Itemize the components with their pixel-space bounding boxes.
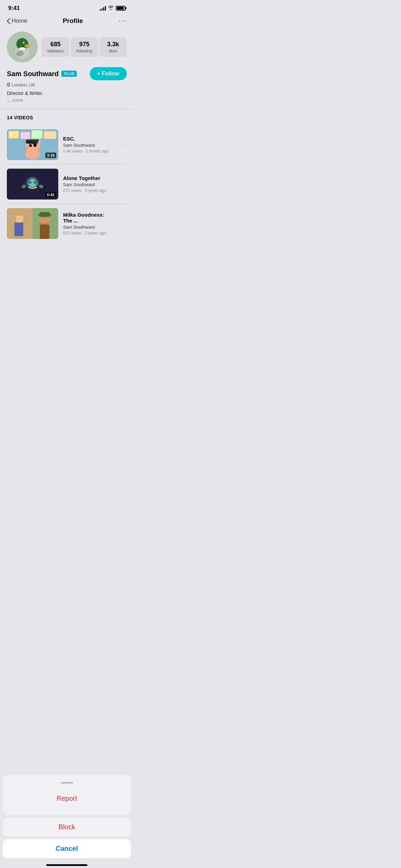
svg-rect-11: [32, 130, 42, 138]
svg-point-6: [19, 47, 25, 50]
video-author: Sam Southward: [63, 182, 112, 187]
svg-rect-10: [21, 132, 30, 139]
likes-label: likes: [101, 49, 125, 53]
status-time: 9:41: [8, 5, 20, 12]
video-meta: 272 views · 3 years ago: [63, 188, 112, 193]
more-link[interactable]: more: [12, 97, 23, 103]
profile-name-row: Sam Southward PLUS + Follow: [7, 67, 127, 80]
battery-icon: [116, 6, 125, 11]
svg-point-5: [24, 42, 25, 43]
bio-text: Director & Writer. ... more: [7, 90, 127, 104]
svg-rect-16: [29, 144, 32, 147]
following-label: following: [73, 49, 96, 53]
plus-badge: PLUS: [61, 71, 77, 77]
video-info: Alone Together Sam Southward 272 views ·…: [63, 175, 112, 193]
stat-following[interactable]: 975 following: [71, 37, 98, 57]
svg-rect-37: [23, 216, 25, 228]
location-row: London, UK: [7, 82, 127, 87]
svg-rect-12: [44, 131, 56, 139]
video-thumbnail: ✕ 3:18: [7, 129, 58, 160]
video-meta: 815 views · 3 years ago: [63, 231, 112, 236]
video-author: Sam Southward: [63, 225, 112, 230]
video-item[interactable]: 0:42 Alone Together Sam Southward 272 vi…: [7, 165, 127, 204]
profile-section: 685 followers 975 following 3.3k likes S…: [0, 28, 134, 109]
svg-rect-38: [14, 222, 23, 236]
wifi-icon: [108, 5, 114, 11]
stat-likes[interactable]: 3.3k likes: [99, 37, 127, 57]
close-icon: ✕: [9, 131, 13, 137]
location-icon: [7, 83, 10, 87]
video-item[interactable]: ✕ 3:18 ESC. Sam Southward 5.4k views · 1…: [7, 125, 127, 164]
video-info: Milka Goodness: The ... Sam Southward 81…: [63, 212, 112, 236]
svg-rect-41: [40, 212, 49, 216]
video-title: ESC.: [63, 136, 112, 142]
videos-header: 14 VIDEOS: [7, 115, 127, 120]
video-thumbnail: [7, 208, 58, 239]
following-count: 975: [73, 41, 96, 48]
status-bar: 9:41: [0, 0, 134, 14]
nav-bar: Home Profile ···: [0, 14, 134, 28]
video-author: Sam Southward: [63, 143, 112, 148]
profile-info: Sam Southward PLUS + Follow London, UK D…: [7, 67, 127, 104]
video-more-button[interactable]: ···: [117, 220, 127, 227]
followers-label: followers: [44, 49, 67, 53]
video-item[interactable]: Milka Goodness: The ... Sam Southward 81…: [7, 204, 127, 243]
video-more-button[interactable]: ···: [117, 141, 127, 148]
avatar: [7, 32, 38, 62]
video-meta: 5.4k views · 1 month ago: [63, 149, 112, 154]
stats-row: 685 followers 975 following 3.3k likes: [42, 37, 127, 57]
likes-count: 3.3k: [101, 41, 125, 48]
svg-point-27: [34, 181, 36, 184]
signal-icon: [100, 6, 106, 11]
stat-followers[interactable]: 685 followers: [42, 37, 69, 57]
profile-name-left: Sam Southward PLUS: [7, 70, 77, 78]
svg-point-26: [29, 181, 32, 184]
profile-name: Sam Southward: [7, 70, 59, 78]
profile-top: 685 followers 975 following 3.3k likes: [7, 32, 127, 62]
location-text: London, UK: [12, 82, 35, 87]
back-button[interactable]: Home: [7, 17, 27, 24]
video-title: Alone Together: [63, 175, 112, 181]
video-info: ESC. Sam Southward 5.4k views · 1 month …: [63, 136, 112, 154]
svg-rect-15: [26, 140, 39, 144]
video-duration: 0:42: [45, 192, 56, 197]
video-more-button[interactable]: ···: [117, 181, 127, 188]
video-title: Milka Goodness: The ...: [63, 212, 112, 224]
svg-rect-42: [40, 225, 49, 239]
follow-button[interactable]: + Follow: [90, 67, 127, 80]
status-icons: [100, 5, 125, 11]
ellipsis: ...: [7, 97, 12, 103]
videos-section: 14 VIDEOS: [0, 109, 134, 243]
bio-content: Director & Writer.: [7, 91, 43, 96]
svg-rect-21: [39, 139, 40, 143]
page-title: Profile: [63, 17, 83, 25]
svg-point-3: [25, 44, 30, 48]
back-label: Home: [12, 17, 27, 24]
video-duration: 3:18: [45, 153, 56, 158]
more-menu-button[interactable]: ···: [119, 16, 127, 25]
svg-rect-35: [15, 213, 22, 216]
followers-count: 685: [44, 41, 67, 48]
video-thumbnail: 0:42: [7, 169, 58, 200]
